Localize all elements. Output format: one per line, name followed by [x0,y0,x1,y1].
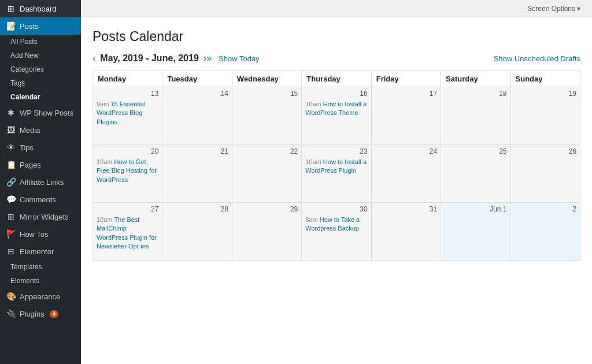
calendar-cell: 24 [371,145,441,203]
next-arrow[interactable]: ›» [204,53,212,64]
sidebar-item-label: Appearance [20,292,60,301]
calendar-body: 139am 15 Essential WordPress Blog Plugin… [93,87,580,261]
sidebar-item-how-tos[interactable]: 🚩 How Tos [0,225,81,243]
sidebar-item-pages[interactable]: 📋 Pages [0,156,81,173]
sidebar-item-label: WP Show Posts [20,109,73,117]
sidebar-item-label: Calendar [10,93,40,101]
sidebar-item-add-new[interactable]: Add New [0,49,81,62]
comments-icon: 💬 [6,195,16,204]
event-time: 10am [97,216,114,223]
event-time: 10am [305,101,323,107]
appearance-icon: 🎨 [6,292,16,301]
show-unscheduled-button[interactable]: Show Unscheduled Drafts [494,54,580,63]
sidebar-item-label: Add New [10,51,39,60]
calendar-cell: 308am How to Take a Wordpress Backup [302,203,371,261]
day-number: 29 [236,205,298,213]
topbar: Screen Options ▾ [81,0,592,17]
calendar-cell: 25 [441,145,510,203]
sidebar-item-tags[interactable]: Tags [0,76,81,90]
day-number: 16 [305,90,367,98]
sidebar-item-label: Categories [10,65,44,73]
calendar-event[interactable]: 9am 15 Essential WordPress Blog Plugins [97,100,158,127]
wp-show-posts-icon: ✱ [6,108,16,117]
screen-options-label: Screen Options [527,5,575,13]
sidebar-item-label: Templates [10,263,42,271]
header-tuesday: Tuesday [162,71,232,87]
media-icon: 🖼 [6,125,16,135]
page-content: Posts Calendar ‹ May, 2019 - June, 2019 … [81,17,592,364]
day-number: 24 [375,147,437,155]
calendar-cell: 14 [162,87,232,145]
sidebar-item-label: Tips [20,143,34,152]
sidebar-item-label: Posts [20,22,39,31]
calendar-event[interactable]: 10am The Best MailChimp WordPress Plugin… [97,216,158,251]
sidebar-item-all-posts[interactable]: All Posts [0,35,81,49]
sidebar-item-affiliate-links[interactable]: 🔗 Affiliate Links [0,173,81,191]
calendar-cell: 2010am How to Get Free Blog Hosting for … [93,145,162,203]
day-number: 27 [97,205,158,213]
sidebar-item-mirror-widgets[interactable]: ⊞ Mirror Widgets [0,208,81,225]
show-today-button[interactable]: Show Today [219,54,260,63]
day-number: 2 [515,205,576,213]
sidebar-item-categories[interactable]: Categories [0,62,81,76]
sidebar-item-label: Media [20,126,40,135]
sidebar-item-appearance[interactable]: 🎨 Appearance [0,288,81,305]
day-number: 13 [97,90,158,98]
calendar-event[interactable]: 10am How to Install a WordPress Theme [305,100,367,118]
calendar-cell: 22 [232,145,301,203]
sidebar-item-label: How Tos [20,230,49,239]
plugins-icon: 🔌 [6,309,16,318]
calendar-header-row: Monday Tuesday Wednesday Thursday Friday… [93,71,580,87]
sidebar-item-dashboard[interactable]: ⊞ Dashboard [0,0,81,17]
header-wednesday: Wednesday [232,71,301,87]
sidebar-item-calendar[interactable]: Calendar ➤ [0,90,81,104]
sidebar-item-label: Affiliate Links [20,178,64,187]
calendar-cell: 31 [371,203,441,261]
sidebar-item-label: Elementor [20,247,54,256]
header-monday: Monday [93,71,162,87]
calendar-row: 2710am The Best MailChimp WordPress Plug… [93,203,580,261]
day-number: 25 [445,147,506,155]
sidebar-item-elements[interactable]: Elements [0,274,81,288]
calendar-cell: 139am 15 Essential WordPress Blog Plugin… [93,87,162,145]
sidebar: ⊞ Dashboard 📝 Posts All Posts Add New Ca… [0,0,81,364]
sidebar-item-templates[interactable]: Templates [0,260,81,274]
calendar-event[interactable]: 10am How to Install a WordPress Plugin [305,158,367,176]
header-saturday: Saturday [441,71,510,87]
sidebar-item-label: Pages [20,161,41,169]
event-time: 10am [97,158,114,165]
calendar-table: Monday Tuesday Wednesday Thursday Friday… [92,70,580,261]
day-number: 30 [305,205,367,213]
page-title: Posts Calendar [92,29,580,44]
event-time: 10am [305,158,323,165]
calendar-cell: 26 [510,145,580,203]
event-time: 8am [305,216,319,223]
prev-arrow[interactable]: ‹ [92,53,95,64]
day-number: 21 [166,147,228,155]
sidebar-item-elementor[interactable]: ⊟ Elementor [0,243,81,260]
sidebar-item-media[interactable]: 🖼 Media [0,121,81,139]
elementor-icon: ⊟ [6,247,16,256]
day-number: 22 [236,147,298,155]
day-number: 28 [166,205,228,213]
sidebar-item-label: All Posts [10,38,38,46]
event-time: 9am [97,101,110,107]
calendar-cell: 18 [441,87,510,145]
calendar-cell: 28 [162,203,232,261]
day-number: 15 [236,90,298,98]
sidebar-item-posts[interactable]: 📝 Posts [0,17,81,35]
day-number: Jun 1 [445,205,506,213]
day-number: 19 [515,90,576,98]
posts-icon: 📝 [6,21,16,31]
calendar-cell: 29 [232,203,301,261]
day-number: 26 [515,147,576,155]
calendar-row: 139am 15 Essential WordPress Blog Plugin… [93,87,580,145]
sidebar-item-plugins[interactable]: 🔌 Plugins 4 [0,305,81,322]
calendar-event[interactable]: 10am How to Get Free Blog Hosting for Wo… [97,158,158,184]
calendar-cell: 1610am How to Install a WordPress Theme [302,87,371,145]
sidebar-item-wp-show-posts[interactable]: ✱ WP Show Posts [0,104,81,121]
sidebar-item-comments[interactable]: 💬 Comments [0,191,81,208]
sidebar-item-tips[interactable]: 👁 Tips [0,139,81,156]
calendar-event[interactable]: 8am How to Take a Wordpress Backup [305,216,367,233]
screen-options-button[interactable]: Screen Options ▾ [527,5,580,13]
